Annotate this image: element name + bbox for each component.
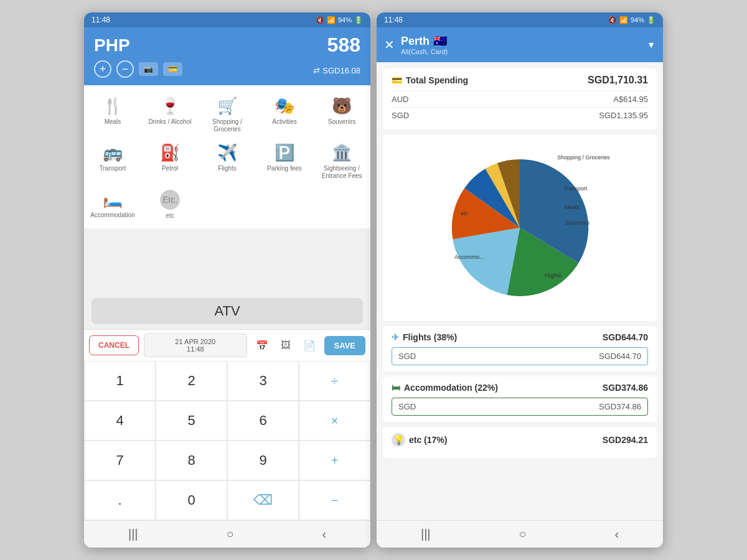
atv-input[interactable]: ATV — [92, 298, 363, 324]
meals-label: Meals — [105, 118, 121, 126]
note-icon[interactable]: 📄 — [299, 336, 319, 355]
etc-label: etc — [166, 212, 174, 220]
label-transport: Transport — [563, 185, 588, 192]
key-3[interactable]: 3 — [227, 361, 299, 401]
left-header: PHP 588 + − 📷 💳 ⇄ SGD16.08 — [84, 27, 370, 85]
drinks-icon: 🍷 — [160, 96, 180, 116]
sgd-amount: SGD16.08 — [322, 66, 360, 75]
right-content: 💳 Total Spending SGD1,710.31 AUD A$614.9… — [377, 62, 663, 520]
right-nav-bar: ||| ○ ‹ — [377, 520, 663, 548]
right-nav-back-icon[interactable]: ‹ — [614, 527, 619, 541]
cat-transport[interactable]: 🚌 Transport — [84, 137, 141, 184]
etc-spending-icon: 💡 — [392, 433, 405, 447]
cat-accommodation[interactable]: 🛏️ Accommodation — [84, 184, 141, 223]
key-6[interactable]: 6 — [227, 401, 299, 441]
etc-spending: 💡 etc (17%) SGD294.21 — [383, 427, 657, 458]
label-accommodation: Accommo... — [454, 254, 484, 260]
label-meals: Meals — [565, 204, 580, 210]
transport-icon: 🚌 — [103, 143, 123, 162]
action-bar: CANCEL 21 APR 2020 11:48 📅 🖼 📄 SAVE — [84, 329, 370, 361]
key-4[interactable]: 4 — [84, 401, 156, 441]
sgd-row: SGD SGD1,135.95 — [392, 107, 648, 123]
city-info: Perth 🇦🇺 All(Cash, Card) — [401, 34, 641, 55]
flights-spending-label: ✈ Flights (38%) — [392, 332, 457, 342]
cat-drinks[interactable]: 🍷 Drinks / Alcohol — [141, 90, 199, 137]
card-button[interactable]: 💳 — [163, 62, 182, 76]
key-divide[interactable]: ÷ — [299, 361, 370, 401]
key-5[interactable]: 5 — [156, 401, 227, 441]
key-plus[interactable]: + — [299, 441, 370, 480]
save-button[interactable]: SAVE — [324, 336, 365, 355]
shopping-label: Shopping / Groceries — [201, 118, 253, 133]
cat-parking[interactable]: 🅿️ Parking fees — [256, 137, 313, 184]
key-0[interactable]: 0 — [156, 480, 227, 520]
cat-activities[interactable]: 🎭 Activities — [256, 90, 313, 137]
cancel-button[interactable]: CANCEL — [89, 335, 139, 355]
key-multiply[interactable]: × — [299, 401, 370, 441]
add-button[interactable]: + — [94, 60, 111, 78]
left-nav-bar: ||| ○ ‹ — [84, 520, 370, 548]
sightseeing-label: Sightseeing / Entrance Fees — [316, 165, 368, 180]
wallet-icon: 💳 — [392, 75, 402, 85]
total-section: 💳 Total Spending SGD1,710.31 AUD A$614.9… — [383, 68, 657, 129]
flights-spending-icon: ✈ — [392, 332, 399, 342]
cat-meals[interactable]: 🍴 Meals — [84, 90, 141, 137]
nav-back-icon[interactable]: ‹ — [322, 527, 326, 541]
dropdown-arrow-icon[interactable]: ▼ — [647, 40, 655, 50]
minus-button[interactable]: − — [116, 60, 134, 78]
flights-spending-amount: SGD644.70 — [603, 332, 648, 342]
activities-label: Activities — [272, 118, 296, 126]
sightseeing-icon: 🏛️ — [332, 143, 352, 162]
key-dot[interactable]: . — [84, 480, 156, 520]
label-etc: etc — [461, 210, 469, 217]
aud-row: AUD A$614.95 — [392, 91, 648, 107]
parking-icon: 🅿️ — [275, 143, 294, 162]
cat-souvenirs[interactable]: 🐻 Souvenirs — [313, 90, 370, 137]
image-icon[interactable]: 🖼 — [277, 336, 294, 355]
etc-icon: Etc. — [160, 190, 180, 210]
accommodation-spending: 🛏 Accommodation (22%) SGD374.86 SGD SGD3… — [383, 376, 657, 422]
left-status-icons: 🔇 📶 94% 🔋 — [316, 16, 363, 24]
right-status-bar: 11:48 🔇 📶 94% 🔋 — [377, 12, 663, 27]
close-button[interactable]: ✕ — [384, 37, 395, 52]
nav-menu-icon[interactable]: ||| — [128, 527, 138, 541]
cat-shopping[interactable]: 🛒 Shopping / Groceries — [199, 90, 256, 137]
right-nav-home-icon[interactable]: ○ — [519, 527, 526, 541]
cat-flights[interactable]: ✈️ Flights — [199, 137, 256, 184]
left-status-time: 11:48 — [92, 16, 110, 24]
flights-label: Flights — [218, 165, 236, 172]
label-shopping: Shopping / Groceries — [557, 154, 610, 161]
flights-icon: ✈️ — [217, 143, 237, 162]
left-status-bar: 11:48 🔇 📶 94% 🔋 — [84, 12, 370, 27]
petrol-label: Petrol — [162, 165, 178, 172]
total-label: 💳 Total Spending — [392, 75, 468, 85]
key-2[interactable]: 2 — [156, 361, 227, 401]
cat-petrol[interactable]: ⛽ Petrol — [141, 137, 199, 184]
key-minus[interactable]: − — [299, 480, 370, 520]
key-7[interactable]: 7 — [84, 441, 156, 480]
cat-sightseeing[interactable]: 🏛️ Sightseeing / Entrance Fees — [313, 137, 370, 184]
total-amount: SGD1,710.31 — [588, 75, 648, 86]
accommodation-spending-label: 🛏 Accommodation (22%) — [392, 383, 498, 393]
accommodation-spending-icon: 🛏 — [392, 383, 400, 393]
souvenirs-label: Souvenirs — [328, 118, 355, 126]
currency-label: PHP — [94, 35, 130, 55]
activity-area: ATV CANCEL 21 APR 2020 11:48 📅 🖼 📄 SAVE … — [84, 228, 370, 520]
activities-icon: 🎭 — [275, 96, 294, 116]
label-souvenirs: Souvenirs — [565, 220, 590, 226]
accommodation-currency-row: SGD SGD374.86 — [392, 398, 648, 416]
key-9[interactable]: 9 — [227, 441, 299, 480]
etc-spending-amount: SGD294.21 — [603, 435, 648, 445]
accommodation-label: Accommodation — [90, 212, 135, 219]
key-1[interactable]: 1 — [84, 361, 156, 401]
date-field[interactable]: 21 APR 2020 11:48 — [144, 334, 247, 357]
camera-button[interactable]: 📷 — [139, 62, 158, 76]
nav-home-icon[interactable]: ○ — [226, 527, 233, 541]
key-backspace[interactable]: ⌫ — [227, 480, 299, 520]
key-8[interactable]: 8 — [156, 441, 227, 480]
calendar-icon[interactable]: 📅 — [252, 336, 272, 355]
right-status-icons: 🔇 📶 94% 🔋 — [608, 16, 655, 24]
cat-etc[interactable]: Etc. etc — [141, 184, 199, 223]
left-phone: 11:48 🔇 📶 94% 🔋 PHP 588 + − 📷 💳 ⇄ S — [84, 12, 370, 548]
right-nav-menu-icon[interactable]: ||| — [421, 527, 431, 541]
